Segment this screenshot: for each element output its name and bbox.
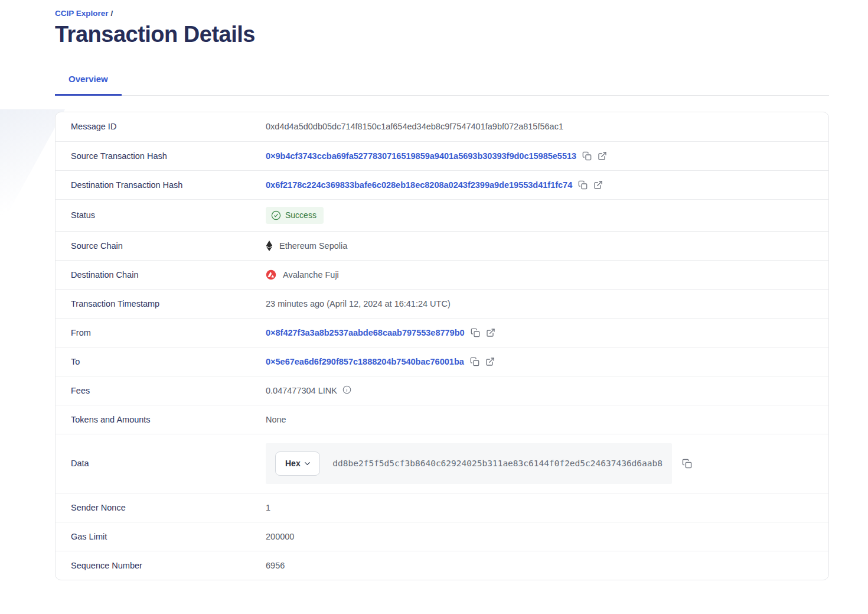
copy-button[interactable]	[470, 357, 479, 366]
table-row-sender-nonce: Sender Nonce 1	[56, 493, 828, 522]
table-row-source-chain: Source Chain Ethereum Sepolia	[56, 231, 828, 260]
info-icon	[342, 385, 351, 396]
data-hex-panel: Hex dd8be2f5f5d5cf3b8640c62924025b311ae8…	[266, 443, 672, 484]
tab-overview[interactable]: Overview	[55, 74, 122, 96]
transaction-details-page: CCIP Explorer/ Transaction Details Overv…	[55, 0, 829, 580]
table-row-from: From 0×8f427f3a3a8b2537aabde68caab797553…	[56, 318, 828, 347]
sender-nonce-value: 1	[266, 503, 270, 512]
table-row-tokens: Tokens and Amounts None	[56, 405, 828, 434]
dest-tx-hash-link[interactable]: 0x6f2178c224c369833bafe6c028eb18ec8208a0…	[266, 180, 572, 190]
row-label: Fees	[56, 386, 266, 395]
to-address-link[interactable]: 0×5e67ea6d6f290f857c1888204b7540bac76001…	[266, 357, 464, 366]
external-link-button[interactable]	[593, 180, 603, 190]
external-link-icon	[593, 180, 603, 190]
data-hex-value: dd8be2f5f5d5cf3b8640c62924025b311ae83c61…	[332, 459, 663, 468]
transaction-detail-table: Message ID 0xd4d4a5d0db05dc714f8150c1af6…	[55, 112, 829, 580]
external-link-icon	[486, 328, 495, 337]
table-row-timestamp: Transaction Timestamp 23 minutes ago (Ap…	[56, 289, 828, 318]
avalanche-icon	[266, 269, 276, 280]
source-chain-name: Ethereum Sepolia	[279, 241, 347, 251]
external-link-button[interactable]	[485, 357, 495, 366]
fees-info-button[interactable]	[342, 385, 351, 396]
status-badge: Success	[266, 207, 324, 224]
tokens-value: None	[266, 415, 286, 424]
row-label: Status	[56, 210, 266, 220]
breadcrumb-ccip-explorer-link[interactable]: CCIP Explorer	[55, 9, 109, 18]
table-row-gas-limit: Gas Limit 200000	[56, 522, 828, 551]
breadcrumb-separator: /	[111, 9, 113, 18]
check-circle-icon	[271, 210, 281, 220]
row-label: Sequence Number	[56, 561, 266, 570]
external-link-button[interactable]	[598, 151, 607, 161]
breadcrumb: CCIP Explorer/	[55, 0, 829, 18]
row-label: Source Chain	[56, 241, 266, 251]
row-label: Tokens and Amounts	[56, 415, 266, 424]
copy-icon	[582, 151, 592, 161]
table-row-message-id: Message ID 0xd4d4a5d0db05dc714f8150c1af6…	[56, 112, 828, 141]
copy-button[interactable]	[582, 151, 592, 161]
copy-icon	[471, 328, 480, 337]
table-row-sequence-number: Sequence Number 6956	[56, 551, 828, 580]
row-label: Source Transaction Hash	[56, 151, 266, 161]
status-badge-label: Success	[285, 210, 316, 220]
message-id-value: 0xd4d4a5d0db05dc714f8150c1af654ed34eb8c9…	[266, 122, 563, 131]
table-row-dest-tx-hash: Destination Transaction Hash 0x6f2178c22…	[56, 170, 828, 199]
copy-button[interactable]	[471, 328, 480, 337]
external-link-icon	[598, 151, 607, 161]
row-label: Destination Transaction Hash	[56, 180, 266, 190]
gas-limit-value: 200000	[266, 532, 294, 541]
timestamp-value: 23 minutes ago (April 12, 2024 at 16:41:…	[266, 299, 451, 308]
row-label: Sender Nonce	[56, 503, 266, 512]
data-encoding-selected: Hex	[285, 459, 301, 468]
row-label: To	[56, 357, 266, 366]
copy-icon	[578, 180, 588, 190]
copy-data-button[interactable]	[682, 459, 692, 469]
table-row-source-tx-hash: Source Transaction Hash 0×9b4cf3743ccba6…	[56, 141, 828, 170]
chevron-down-icon	[303, 459, 312, 468]
table-row-fees: Fees 0.047477304 LINK	[56, 376, 828, 405]
copy-icon	[470, 357, 479, 366]
from-address-link[interactable]: 0×8f427f3a3a8b2537aabde68caab797553e8779…	[266, 328, 465, 337]
dest-chain-name: Avalanche Fuji	[283, 270, 339, 280]
copy-button[interactable]	[578, 180, 588, 190]
source-chain: Ethereum Sepolia	[266, 241, 347, 251]
row-label: Destination Chain	[56, 270, 266, 280]
copy-icon	[682, 459, 692, 469]
row-label: Data	[56, 459, 266, 468]
external-link-icon	[485, 357, 495, 366]
table-row-data: Data Hex dd8be2f5f5d5cf3b8640c62924025b3…	[56, 434, 828, 493]
row-label: Message ID	[56, 122, 266, 131]
page-title: Transaction Details	[55, 22, 829, 48]
external-link-button[interactable]	[486, 328, 495, 337]
fees-value: 0.047477304 LINK	[266, 386, 337, 395]
dest-chain: Avalanche Fuji	[266, 269, 339, 280]
row-label: Transaction Timestamp	[56, 299, 266, 308]
source-tx-hash-link[interactable]: 0×9b4cf3743ccba69fa5277830716519859a9401…	[266, 151, 576, 161]
tab-bar: Overview	[55, 74, 829, 96]
data-encoding-select[interactable]: Hex	[275, 451, 320, 476]
table-row-to: To 0×5e67ea6d6f290f857c1888204b7540bac76…	[56, 347, 828, 376]
table-row-dest-chain: Destination Chain Avalanche Fuji	[56, 260, 828, 289]
ethereum-icon	[266, 241, 273, 251]
row-label: From	[56, 328, 266, 337]
table-row-status: Status Success	[56, 199, 828, 231]
sequence-number-value: 6956	[266, 561, 285, 570]
row-label: Gas Limit	[56, 532, 266, 541]
